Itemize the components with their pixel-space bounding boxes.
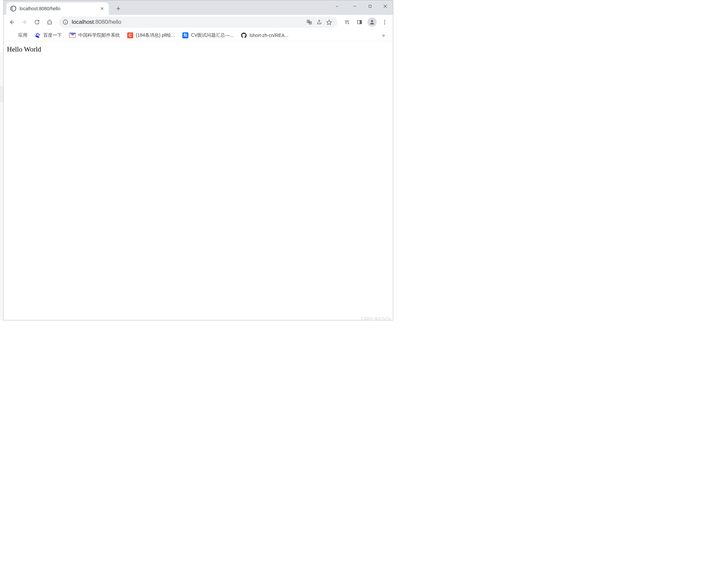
new-tab-button[interactable] bbox=[114, 4, 123, 14]
background-strip-2 bbox=[0, 86, 3, 102]
bookmark-label: lshort-zh-cn/REA... bbox=[249, 33, 288, 38]
svg-point-28 bbox=[37, 33, 38, 34]
bookmark-baidu[interactable]: 百度一下 bbox=[32, 31, 64, 40]
bookmark-label: 百度一下 bbox=[43, 33, 62, 38]
page-body-text: Hello World bbox=[7, 45, 390, 54]
bookmark-zhihu[interactable]: 知 CV面试问题汇总—... bbox=[180, 31, 236, 40]
window-maximize-button[interactable] bbox=[363, 1, 378, 12]
bookmark-apps[interactable]: 应用 bbox=[7, 31, 30, 40]
svg-point-26 bbox=[384, 23, 385, 24]
url-text: localhost:8080/hello bbox=[72, 19, 304, 25]
zhihu-icon: 知 bbox=[182, 33, 188, 38]
site-info-icon[interactable] bbox=[62, 19, 68, 25]
bookmarks-bar: 应用 百度一下 中国科学院邮件系统 C (184条消息) plt绘... 知 C… bbox=[4, 29, 393, 41]
window-close-button[interactable] bbox=[378, 1, 393, 12]
bookmark-label: (184条消息) plt绘... bbox=[136, 33, 175, 38]
tabs-dropdown-icon[interactable] bbox=[331, 1, 343, 12]
apps-grid-icon bbox=[9, 33, 16, 38]
side-panel-icon[interactable] bbox=[354, 17, 365, 28]
mail-icon bbox=[69, 33, 76, 38]
back-button[interactable] bbox=[6, 17, 18, 28]
github-icon bbox=[241, 33, 247, 38]
globe-icon bbox=[10, 6, 16, 12]
baidu-icon bbox=[35, 33, 41, 38]
watermark: CSDN @ZiTuTu bbox=[361, 316, 391, 320]
svg-point-29 bbox=[39, 34, 40, 36]
toolbar: localhost:8080/hello bbox=[4, 15, 393, 29]
svg-point-25 bbox=[384, 22, 385, 23]
svg-point-24 bbox=[384, 20, 385, 21]
tab-title: localhost:8080/hello bbox=[20, 6, 100, 11]
bookmark-github[interactable]: lshort-zh-cn/REA... bbox=[238, 31, 291, 40]
svg-rect-22 bbox=[360, 20, 362, 24]
reading-list-icon[interactable] bbox=[341, 17, 353, 28]
window-controls bbox=[331, 0, 393, 12]
bookmark-label: CV面试问题汇总—... bbox=[191, 33, 234, 38]
reload-button[interactable] bbox=[32, 17, 43, 28]
profile-button[interactable] bbox=[367, 17, 378, 28]
avatar-icon bbox=[368, 18, 377, 27]
page-content: Hello World bbox=[4, 41, 393, 320]
svg-rect-5 bbox=[369, 5, 371, 7]
url-port: :8080 bbox=[94, 19, 108, 25]
tab-strip: localhost:8080/hello bbox=[4, 0, 393, 15]
bookmark-label: 应用 bbox=[18, 33, 27, 38]
window-minimize-button[interactable] bbox=[347, 1, 363, 12]
forward-button[interactable] bbox=[19, 17, 30, 28]
svg-marker-16 bbox=[327, 20, 332, 24]
home-button[interactable] bbox=[44, 17, 55, 28]
svg-point-27 bbox=[36, 34, 37, 35]
share-icon[interactable] bbox=[314, 17, 324, 27]
menu-button[interactable] bbox=[379, 17, 390, 28]
close-tab-icon[interactable] bbox=[100, 6, 105, 11]
bookmark-csdn[interactable]: C (184条消息) plt绘... bbox=[125, 31, 178, 40]
csdn-icon: C bbox=[127, 33, 133, 38]
svg-point-23 bbox=[371, 20, 373, 22]
bookmarks-overflow-button[interactable]: » bbox=[378, 31, 390, 40]
url-path: /hello bbox=[108, 19, 122, 25]
address-bar[interactable]: localhost:8080/hello bbox=[59, 17, 337, 28]
bookmark-label: 中国科学院邮件系统 bbox=[78, 33, 120, 38]
translate-icon[interactable] bbox=[304, 17, 314, 27]
bookmark-star-icon[interactable] bbox=[324, 17, 334, 27]
browser-window: localhost:8080/hello bbox=[3, 0, 393, 320]
url-host: localhost bbox=[72, 19, 94, 25]
browser-tab[interactable]: localhost:8080/hello bbox=[6, 2, 109, 15]
bookmark-cas-mail[interactable]: 中国科学院邮件系统 bbox=[66, 31, 123, 40]
